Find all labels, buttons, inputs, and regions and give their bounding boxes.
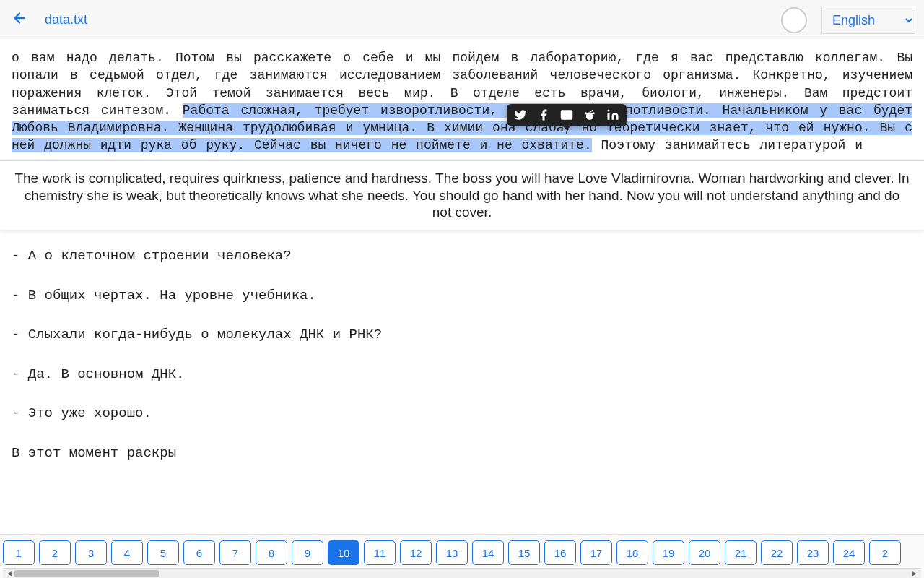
avatar[interactable] bbox=[781, 7, 807, 33]
scroll-left-icon[interactable]: ◄ bbox=[6, 569, 13, 577]
page-button-6[interactable]: 6 bbox=[183, 540, 215, 565]
page-button-21[interactable]: 21 bbox=[725, 540, 757, 565]
page-button-16[interactable]: 16 bbox=[544, 540, 576, 565]
page-button-7[interactable]: 7 bbox=[219, 540, 251, 565]
dialogue-line: - А о клеточном строении человека? bbox=[12, 246, 912, 266]
page-button-24[interactable]: 24 bbox=[833, 540, 865, 565]
linkedin-icon[interactable] bbox=[606, 108, 619, 121]
page-button-2[interactable]: 2 bbox=[869, 540, 901, 565]
pagination-bar: 1234567891011121314151617181920212223242… bbox=[0, 534, 924, 578]
header: data.txt English bbox=[0, 0, 924, 40]
translation-panel: The work is complicated, requires quirkn… bbox=[0, 160, 924, 230]
pagination: 1234567891011121314151617181920212223242 bbox=[3, 540, 921, 568]
horizontal-scrollbar[interactable]: ◄ ► bbox=[3, 568, 921, 578]
page-button-22[interactable]: 22 bbox=[761, 540, 793, 565]
page-button-17[interactable]: 17 bbox=[580, 540, 612, 565]
svg-point-4 bbox=[585, 112, 587, 114]
filename-label: data.txt bbox=[45, 12, 87, 27]
facebook-icon[interactable] bbox=[537, 108, 550, 121]
page-button-15[interactable]: 15 bbox=[508, 540, 540, 565]
language-select[interactable]: English bbox=[821, 7, 915, 34]
page-button-3[interactable]: 3 bbox=[75, 540, 107, 565]
page-button-19[interactable]: 19 bbox=[653, 540, 684, 565]
page-button-10[interactable]: 10 bbox=[328, 540, 359, 565]
dialogue-block[interactable]: - А о клеточном строении человека? - В о… bbox=[0, 233, 924, 476]
page-button-2[interactable]: 2 bbox=[39, 540, 71, 565]
page-button-9[interactable]: 9 bbox=[292, 540, 323, 565]
page-button-13[interactable]: 13 bbox=[436, 540, 468, 565]
svg-line-6 bbox=[590, 111, 593, 112]
page-button-20[interactable]: 20 bbox=[689, 540, 720, 565]
page-button-12[interactable]: 12 bbox=[400, 540, 432, 565]
dialogue-line: - Да. В основном ДНК. bbox=[12, 365, 912, 384]
scrollbar-thumb[interactable] bbox=[14, 570, 159, 577]
page-button-23[interactable]: 23 bbox=[797, 540, 829, 565]
svg-point-2 bbox=[586, 112, 594, 120]
paragraph-post: Поэтому занимайтесь литературой и bbox=[592, 138, 863, 152]
scroll-right-icon[interactable]: ► bbox=[911, 569, 918, 577]
svg-point-3 bbox=[593, 112, 595, 114]
translation-text: The work is complicated, requires quirkn… bbox=[14, 171, 909, 220]
dialogue-line: - Слыхали когда-нибудь о молекулах ДНК и… bbox=[12, 325, 912, 345]
page-button-14[interactable]: 14 bbox=[472, 540, 504, 565]
content-area: о вам надо делать. Потом вы расскажете о… bbox=[0, 40, 924, 534]
source-paragraph[interactable]: о вам надо делать. Потом вы расскажете о… bbox=[0, 40, 924, 160]
page-button-11[interactable]: 11 bbox=[364, 540, 396, 565]
page-button-8[interactable]: 8 bbox=[256, 540, 287, 565]
email-icon[interactable] bbox=[560, 108, 573, 121]
share-toolbar bbox=[507, 104, 627, 126]
twitter-icon[interactable] bbox=[514, 108, 527, 121]
reddit-icon[interactable] bbox=[583, 108, 596, 121]
back-arrow-icon[interactable] bbox=[9, 7, 30, 33]
page-button-18[interactable]: 18 bbox=[616, 540, 648, 565]
dialogue-line: - Это уже хорошо. bbox=[12, 404, 912, 423]
dialogue-line: В этот момент раскры bbox=[12, 444, 912, 463]
page-button-5[interactable]: 5 bbox=[147, 540, 179, 565]
dialogue-line: - В общих чертах. На уровне учебника. bbox=[12, 286, 912, 306]
page-button-1[interactable]: 1 bbox=[3, 540, 35, 565]
page-button-4[interactable]: 4 bbox=[111, 540, 143, 565]
